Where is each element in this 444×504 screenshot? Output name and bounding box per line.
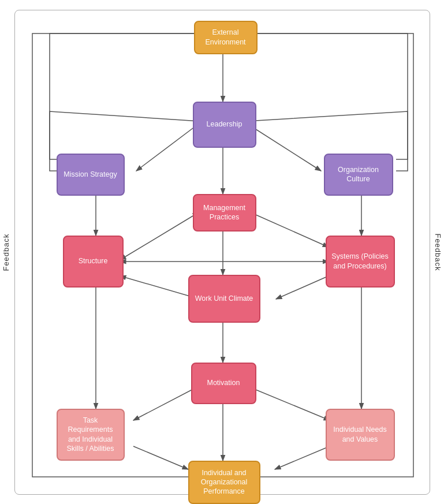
svg-line-18 bbox=[133, 446, 188, 469]
diagram-outer: ExternalEnvironment Leadership Mission S… bbox=[14, 10, 430, 495]
svg-line-4 bbox=[246, 123, 321, 171]
node-systems: Systems (Policiesand Procedures) bbox=[326, 236, 395, 288]
node-mission-strategy: Mission Strategy bbox=[57, 154, 125, 196]
node-individual-needs: Individual Needsand Values bbox=[326, 409, 395, 461]
node-structure: Structure bbox=[63, 236, 124, 288]
node-work-unit-climate: Work Unit Climate bbox=[188, 275, 260, 323]
svg-line-17 bbox=[246, 386, 330, 420]
svg-line-12 bbox=[276, 276, 329, 299]
svg-line-10 bbox=[251, 212, 329, 247]
node-task-requirements: Task Requirementsand IndividualSkills / … bbox=[57, 409, 125, 461]
feedback-right-label: Feedback bbox=[434, 233, 442, 271]
node-management-practices: ManagementPractices bbox=[193, 194, 256, 232]
svg-line-19 bbox=[275, 446, 330, 469]
svg-line-11 bbox=[120, 276, 200, 299]
node-individual-org-performance: Individual andOrganizationalPerformance bbox=[188, 461, 260, 504]
feedback-left-label: Feedback bbox=[2, 233, 10, 271]
diagram-container: Feedback Feedback bbox=[0, 0, 444, 504]
svg-line-9 bbox=[120, 212, 199, 260]
node-organization-culture: OrganizationCulture bbox=[324, 154, 393, 196]
node-leadership: Leadership bbox=[193, 102, 256, 148]
svg-line-16 bbox=[133, 386, 200, 420]
svg-line-3 bbox=[136, 123, 200, 171]
node-external-environment: ExternalEnvironment bbox=[194, 21, 258, 54]
node-motivation: Motivation bbox=[191, 363, 256, 404]
